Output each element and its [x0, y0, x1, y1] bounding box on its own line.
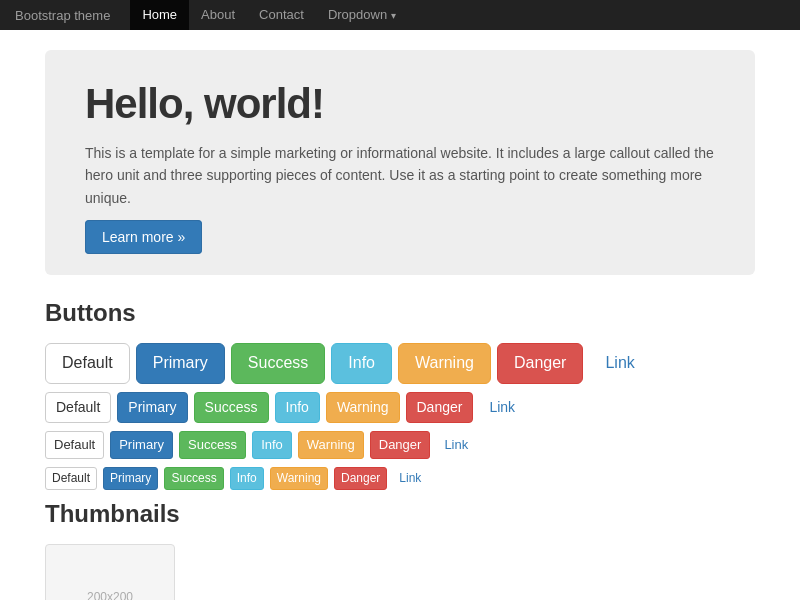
btn-info-sm[interactable]: Info: [252, 431, 292, 459]
learn-more-button[interactable]: Learn more »: [85, 220, 202, 254]
hero-title: Hello, world!: [85, 80, 715, 128]
thumbnail-item[interactable]: 200x200: [45, 544, 175, 600]
thumbnails-section-title: Thumbnails: [45, 500, 755, 528]
navbar: Bootstrap theme Home About Contact Dropd…: [0, 0, 800, 30]
btn-warning-xs[interactable]: Warning: [270, 467, 328, 490]
buttons-section: Buttons Default Primary Success Info War…: [45, 299, 755, 490]
btn-primary-md[interactable]: Primary: [117, 392, 187, 424]
nav-item-home[interactable]: Home: [130, 0, 189, 31]
btn-default-xs[interactable]: Default: [45, 467, 97, 490]
btn-danger-xs[interactable]: Danger: [334, 467, 387, 490]
btn-success-md[interactable]: Success: [194, 392, 269, 424]
nav-item-contact[interactable]: Contact: [247, 0, 316, 31]
btn-danger-lg[interactable]: Danger: [497, 343, 583, 383]
buttons-section-title: Buttons: [45, 299, 755, 327]
btn-success-sm[interactable]: Success: [179, 431, 246, 459]
nav-item-about[interactable]: About: [189, 0, 247, 31]
navbar-brand[interactable]: Bootstrap theme: [15, 8, 110, 23]
btn-link-sm[interactable]: Link: [436, 432, 476, 458]
button-row-lg: Default Primary Success Info Warning Dan…: [45, 343, 755, 383]
btn-link-xs[interactable]: Link: [393, 468, 427, 489]
btn-default-sm[interactable]: Default: [45, 431, 104, 459]
btn-warning-lg[interactable]: Warning: [398, 343, 491, 383]
hero-description: This is a template for a simple marketin…: [85, 142, 715, 209]
btn-warning-md[interactable]: Warning: [326, 392, 400, 424]
btn-danger-md[interactable]: Danger: [406, 392, 474, 424]
btn-primary-lg[interactable]: Primary: [136, 343, 225, 383]
btn-success-xs[interactable]: Success: [164, 467, 223, 490]
nav-link-home[interactable]: Home: [130, 0, 189, 30]
main-content: Hello, world! This is a template for a s…: [30, 30, 770, 600]
btn-default-lg[interactable]: Default: [45, 343, 130, 383]
btn-primary-sm[interactable]: Primary: [110, 431, 173, 459]
button-row-xs: Default Primary Success Info Warning Dan…: [45, 467, 755, 490]
btn-danger-sm[interactable]: Danger: [370, 431, 431, 459]
chevron-down-icon: ▾: [391, 10, 396, 21]
btn-info-md[interactable]: Info: [275, 392, 320, 424]
jumbotron: Hello, world! This is a template for a s…: [45, 50, 755, 275]
nav-link-about[interactable]: About: [189, 0, 247, 30]
nav-item-dropdown[interactable]: Dropdown ▾: [316, 0, 408, 31]
btn-warning-sm[interactable]: Warning: [298, 431, 364, 459]
thumbnail-label: 200x200: [87, 590, 133, 600]
btn-info-lg[interactable]: Info: [331, 343, 392, 383]
navbar-nav: Home About Contact Dropdown ▾: [130, 0, 407, 31]
nav-link-contact[interactable]: Contact: [247, 0, 316, 30]
dropdown-label: Dropdown: [328, 7, 387, 22]
btn-default-md[interactable]: Default: [45, 392, 111, 424]
btn-success-lg[interactable]: Success: [231, 343, 325, 383]
button-row-sm: Default Primary Success Info Warning Dan…: [45, 431, 755, 459]
btn-link-lg[interactable]: Link: [589, 344, 650, 382]
btn-link-md[interactable]: Link: [479, 393, 525, 423]
thumbnails-section: Thumbnails 200x200: [45, 500, 755, 600]
button-row-md: Default Primary Success Info Warning Dan…: [45, 392, 755, 424]
btn-primary-xs[interactable]: Primary: [103, 467, 158, 490]
nav-link-dropdown[interactable]: Dropdown ▾: [316, 0, 408, 31]
btn-info-xs[interactable]: Info: [230, 467, 264, 490]
